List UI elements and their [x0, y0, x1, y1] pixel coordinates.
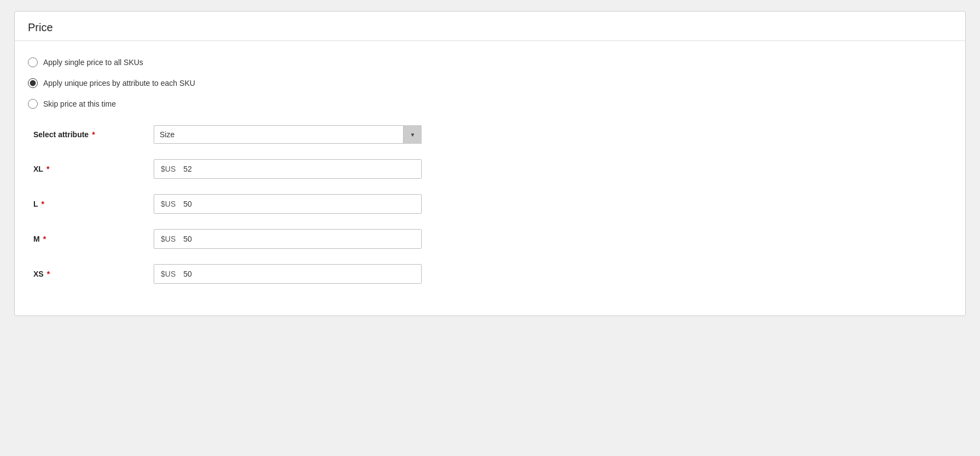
radio-skip-price[interactable] — [28, 99, 38, 109]
l-label-wrapper: L * — [33, 200, 154, 208]
price-card: Price Apply single price to all SKUs App… — [14, 11, 966, 316]
xs-label: XS — [33, 270, 44, 278]
xl-currency: $US — [154, 160, 181, 178]
price-row-xl: XL * $US — [33, 159, 952, 179]
attribute-section: Select attribute * Size Color Material X… — [28, 125, 952, 284]
card-body: Apply single price to all SKUs Apply uni… — [15, 41, 965, 315]
m-input-wrapper: $US — [154, 229, 422, 249]
card-title: Price — [28, 21, 952, 34]
m-required: * — [43, 235, 46, 243]
xl-input-wrapper: $US — [154, 159, 422, 179]
radio-single-label: Apply single price to all SKUs — [43, 58, 143, 67]
m-label: M — [33, 235, 40, 243]
price-row-m: M * $US — [33, 229, 952, 249]
price-row-l: L * $US — [33, 194, 952, 214]
m-label-wrapper: M * — [33, 235, 154, 243]
xl-label: XL — [33, 165, 43, 173]
l-price-input[interactable] — [181, 195, 421, 213]
radio-option-skip[interactable]: Skip price at this time — [28, 93, 952, 114]
xl-price-input[interactable] — [181, 160, 421, 178]
select-attribute-label-wrapper: Select attribute * — [33, 130, 154, 139]
price-radio-group: Apply single price to all SKUs Apply uni… — [28, 52, 952, 114]
select-attribute-required: * — [92, 130, 95, 139]
attribute-select[interactable]: Size Color Material — [154, 125, 422, 144]
xs-required: * — [47, 270, 50, 278]
xs-currency: $US — [154, 265, 181, 283]
xl-required: * — [46, 165, 49, 173]
radio-option-single[interactable]: Apply single price to all SKUs — [28, 52, 952, 73]
radio-unique-label: Apply unique prices by attribute to each… — [43, 79, 195, 87]
card-header: Price — [15, 11, 965, 41]
radio-unique-price[interactable] — [28, 78, 38, 88]
l-currency: $US — [154, 195, 181, 213]
attribute-select-wrapper: Size Color Material — [154, 125, 422, 144]
radio-skip-label: Skip price at this time — [43, 100, 116, 108]
l-input-wrapper: $US — [154, 194, 422, 214]
xs-label-wrapper: XS * — [33, 270, 154, 278]
price-row-xs: XS * $US — [33, 264, 952, 284]
l-required: * — [42, 200, 44, 208]
radio-option-unique[interactable]: Apply unique prices by attribute to each… — [28, 73, 952, 93]
radio-single-price[interactable] — [28, 57, 38, 67]
m-price-input[interactable] — [181, 230, 421, 248]
select-attribute-label: Select attribute — [33, 130, 89, 139]
xl-label-wrapper: XL * — [33, 165, 154, 173]
l-label: L — [33, 200, 38, 208]
xs-input-wrapper: $US — [154, 264, 422, 284]
xs-price-input[interactable] — [181, 265, 421, 283]
m-currency: $US — [154, 230, 181, 248]
select-attribute-row: Select attribute * Size Color Material — [33, 125, 952, 144]
